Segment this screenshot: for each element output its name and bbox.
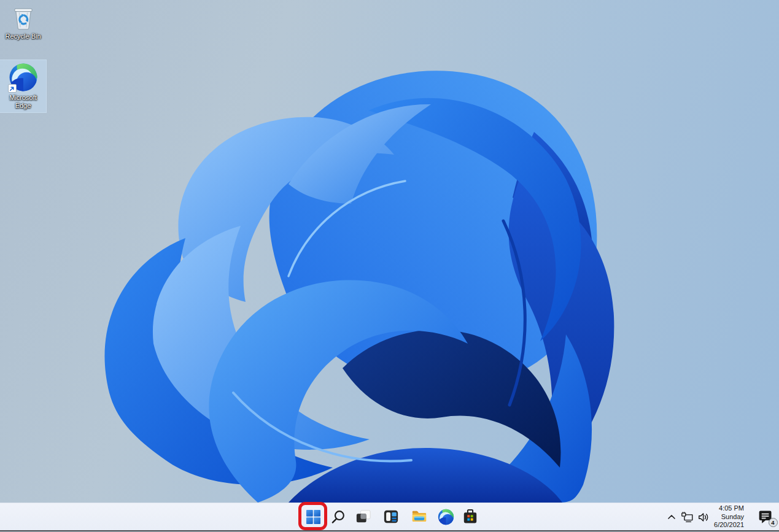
task-view-icon	[355, 509, 371, 525]
show-hidden-icons-button[interactable]	[664, 506, 679, 528]
notification-badge: 4	[769, 518, 778, 527]
search-icon	[330, 509, 346, 525]
start-button[interactable]	[301, 504, 325, 529]
task-view-button[interactable]	[351, 504, 376, 529]
microsoft-store-icon	[462, 509, 478, 525]
file-explorer-icon	[411, 509, 427, 525]
clock-date: 6/20/2021	[714, 521, 744, 530]
clock-day: Sunday	[714, 513, 744, 522]
edge-taskbar-button[interactable]	[433, 504, 458, 529]
recycle-bin-label: Recycle Bin	[5, 33, 41, 40]
edge-label: Microsoft Edge	[1, 94, 45, 110]
desktop-icon-microsoft-edge[interactable]: Microsoft Edge	[0, 60, 46, 112]
shortcut-arrow-icon	[8, 84, 17, 93]
speaker-icon	[697, 511, 711, 524]
bloom-wallpaper	[0, 0, 779, 503]
network-tray-button[interactable]	[679, 506, 696, 528]
taskbar: 4:05 PM Sunday 6/20/2021 4	[0, 503, 779, 530]
recycle-bin-icon	[10, 4, 37, 31]
desktop-icon-recycle-bin[interactable]: Recycle Bin	[0, 1, 46, 40]
volume-tray-button[interactable]	[696, 506, 712, 528]
clock-time: 4:05 PM	[714, 504, 744, 513]
taskbar-clock[interactable]: 4:05 PM Sunday 6/20/2021	[714, 504, 744, 530]
widgets-icon	[383, 509, 399, 525]
desktop-area[interactable]: Recycle Bin	[0, 0, 779, 503]
network-ethernet-icon	[681, 511, 694, 524]
notification-center-button[interactable]: 4	[754, 506, 777, 528]
windows-11-desktop: Recycle Bin	[0, 0, 779, 532]
widgets-button[interactable]	[379, 504, 403, 529]
windows-logo-icon	[306, 509, 321, 525]
file-explorer-button[interactable]	[407, 504, 432, 529]
edge-logo-icon	[9, 63, 38, 92]
chevron-up-icon	[665, 511, 678, 523]
microsoft-store-button[interactable]	[458, 504, 483, 529]
edge-icon	[438, 509, 454, 525]
search-button[interactable]	[325, 504, 350, 529]
